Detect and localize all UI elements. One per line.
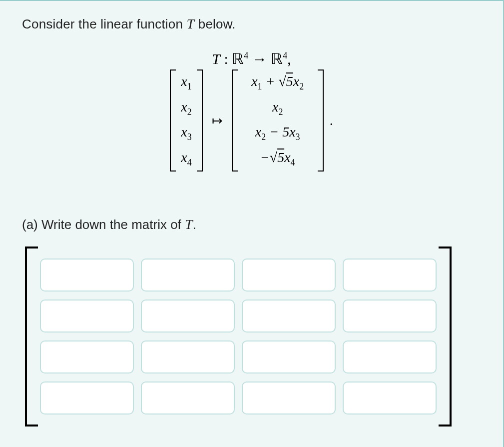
vec-out-3: x2 − 5x3 [243,125,313,142]
vec-in-1: x1 [181,74,191,91]
matrix-input [25,246,481,426]
left-bracket-icon [170,70,176,172]
decl-sup1: 4 [244,50,248,60]
input-vector-col: x1 x2 x3 x4 [176,70,196,172]
left-bracket-icon [232,70,238,172]
prompt-var: T [187,16,195,32]
matrix-right-bracket-icon [439,246,452,426]
function-declaration: T : ℝ4 → ℝ4, [22,50,481,68]
matrix-cell-3-2[interactable] [242,382,336,414]
part-a-label: (a) Write down the matrix of T. [22,216,481,232]
decl-comma: , [287,50,291,67]
right-bracket-icon [318,70,324,172]
mapping-row: x1 x2 x3 x4 ↦ x1 + √5x2 x2 x2 − 5x3 −√5x… [22,70,481,172]
matrix-cell-2-2[interactable] [242,340,336,374]
matrix-grid [38,246,439,426]
prompt-after: below. [194,16,235,32]
mapsto-icon: ↦ [209,113,226,128]
matrix-cell-1-1[interactable] [141,300,235,332]
vec-in-3: x3 [181,125,191,142]
part-a-var: T [185,216,193,232]
matrix-cell-3-1[interactable] [141,382,235,414]
matrix-cell-2-3[interactable] [343,340,437,374]
vec-out-4: −√5x4 [243,150,313,167]
decl-R2: ℝ [271,50,283,67]
matrix-cell-1-3[interactable] [343,300,437,332]
matrix-cell-0-1[interactable] [141,258,235,292]
vec-in-2: x2 [181,100,191,116]
question-panel: Consider the linear function T below. T … [0,0,504,447]
right-bracket-icon [197,70,203,172]
matrix-cell-0-3[interactable] [343,258,437,292]
matrix-cell-1-2[interactable] [242,300,336,332]
matrix-cell-1-0[interactable] [40,300,134,332]
decl-sup2: 4 [283,50,287,60]
vec-out-1: x1 + √5x2 [243,74,313,91]
vec-in-4: x4 [181,150,191,167]
prompt-before: Consider the linear function [22,16,187,32]
output-vector-col: x1 + √5x2 x2 x2 − 5x3 −√5x4 [238,70,318,172]
prompt-text: Consider the linear function T below. [22,16,481,32]
input-vector: x1 x2 x3 x4 [170,70,202,172]
decl-T: T [212,50,220,67]
part-a-period: . [193,217,196,232]
vec-out-2: x2 [243,100,313,116]
matrix-cell-0-0[interactable] [40,258,134,292]
matrix-cell-0-2[interactable] [242,258,336,292]
decl-R1: ℝ [232,50,244,67]
decl-arrow: → [252,50,271,67]
matrix-left-bracket-icon [25,246,38,426]
part-a-text: (a) Write down the matrix of [22,217,185,232]
matrix-cell-3-3[interactable] [343,382,437,414]
equation-block: T : ℝ4 → ℝ4, x1 x2 x3 x4 ↦ x [22,50,481,172]
period: . [330,112,333,128]
output-vector: x1 + √5x2 x2 x2 − 5x3 −√5x4 [232,70,324,172]
matrix-cell-2-0[interactable] [40,340,134,374]
matrix-cell-3-0[interactable] [40,382,134,414]
decl-colon: : [224,50,232,67]
matrix-cell-2-1[interactable] [141,340,235,374]
